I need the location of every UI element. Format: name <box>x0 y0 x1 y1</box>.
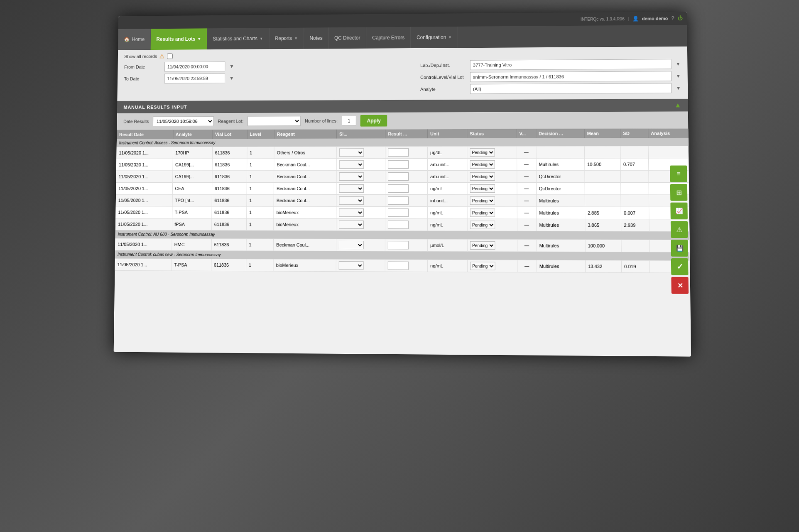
grid-button[interactable]: ⊞ <box>670 184 688 201</box>
lab-input[interactable] <box>470 59 672 70</box>
col-status: Status <box>467 129 517 138</box>
result-input[interactable] <box>388 221 409 229</box>
reagent-lot-select[interactable] <box>248 116 301 126</box>
cell-vial: 611836 <box>211 239 246 251</box>
section-title: MANUAL RESULTS INPUT <box>124 105 187 110</box>
confirm-button[interactable]: ✓ <box>671 258 689 275</box>
status-select[interactable]: Pending <box>470 196 495 205</box>
status-select[interactable]: Pending <box>470 160 495 169</box>
nav-qcdirector[interactable]: QC Director <box>328 27 366 49</box>
status-select[interactable]: Pending <box>470 208 495 217</box>
cancel-button[interactable]: ✕ <box>671 277 689 294</box>
status-select[interactable]: Pending <box>470 241 495 250</box>
cell-sd: 0.019 <box>621 260 649 273</box>
line-chart-button[interactable]: 📈 <box>670 203 688 220</box>
cell-status: Pending <box>467 158 517 170</box>
si-select[interactable] <box>339 148 364 157</box>
cell-analyte: 170HP <box>173 147 212 159</box>
nav-home[interactable]: 🏠 Home <box>118 29 151 50</box>
control-label: Control/Level/Vial Lot <box>420 75 466 80</box>
si-select[interactable] <box>339 221 364 229</box>
table-row: 11/05/2020 1... fPSA 611836 1 bioMerieux… <box>115 218 689 231</box>
control-dropdown-icon[interactable]: ▼ <box>676 73 681 79</box>
si-select[interactable] <box>339 160 364 169</box>
cell-sd <box>621 195 649 207</box>
cell-decision: QcDirector <box>536 170 585 182</box>
user-icon: 👤 <box>632 16 638 22</box>
control-input[interactable] <box>470 71 672 82</box>
apply-button[interactable]: Apply <box>360 115 387 127</box>
status-select[interactable]: Pending <box>470 221 495 229</box>
cell-date: 11/05/2020 1... <box>115 206 172 218</box>
date-results-select[interactable]: 11/05/2020 10:59:06 <box>153 116 214 126</box>
version-text: INTERQc vs. 1.3.4.R06 <box>581 17 625 22</box>
result-input[interactable] <box>388 172 409 181</box>
nav-capture-errors[interactable]: Capture Errors <box>366 27 411 49</box>
save-button[interactable]: 💾 <box>671 240 688 257</box>
cell-result <box>385 170 428 182</box>
si-select[interactable] <box>339 241 364 249</box>
result-input[interactable] <box>388 184 409 193</box>
analyte-input[interactable] <box>470 83 672 94</box>
table-wrapper: Result Date Analyte Vial Lot Level Reage… <box>114 129 691 357</box>
chart-bars-button[interactable]: ≡ <box>670 166 687 182</box>
cell-status: Pending <box>467 182 517 194</box>
table-row: 11/05/2020 1... CA199[... 611836 1 Beckm… <box>116 170 689 182</box>
to-date-dropdown-icon[interactable]: ▼ <box>229 75 234 81</box>
cell-mean: 10.500 <box>584 158 620 170</box>
from-date-input[interactable] <box>164 61 225 71</box>
result-input[interactable] <box>388 196 409 205</box>
cell-decision: QcDirector <box>536 182 585 194</box>
cell-si <box>336 194 385 206</box>
number-of-lines-input[interactable] <box>342 116 356 126</box>
cell-reagent: Beckman Coul... <box>274 159 336 171</box>
cell-analyte: T-PSA <box>172 259 211 271</box>
si-select[interactable] <box>339 261 364 270</box>
analyte-dropdown-icon[interactable]: ▼ <box>676 85 681 91</box>
cell-v: — <box>517 146 536 158</box>
si-select[interactable] <box>339 208 364 217</box>
cell-sd <box>620 146 648 158</box>
cell-v: — <box>517 170 536 182</box>
status-select[interactable]: Pending <box>470 148 495 157</box>
nav-configuration[interactable]: Configuration ▼ <box>411 27 458 48</box>
cell-analyte: T-PSA <box>172 206 212 218</box>
status-select[interactable]: Pending <box>470 172 495 181</box>
section-toggle-icon[interactable]: ▲ <box>674 101 681 109</box>
si-select[interactable] <box>339 172 364 181</box>
help-icon[interactable]: ? <box>672 15 674 21</box>
cell-level: 1 <box>246 218 274 230</box>
si-select[interactable] <box>339 196 364 205</box>
cell-result <box>385 260 427 272</box>
alert-button[interactable]: ⚠ <box>671 221 688 238</box>
from-date-dropdown-icon[interactable]: ▼ <box>229 64 234 69</box>
show-records-checkbox[interactable] <box>167 53 173 59</box>
nav-statistics[interactable]: Statistics and Charts ▼ <box>207 28 269 49</box>
nav-results-lots[interactable]: Results and Lots ▼ <box>151 28 207 50</box>
result-input[interactable] <box>388 208 409 217</box>
nav-notes[interactable]: Notes <box>304 27 329 49</box>
result-input[interactable] <box>388 160 409 169</box>
lab-dropdown-icon[interactable]: ▼ <box>676 61 681 67</box>
cell-reagent: Others / Otros <box>274 147 336 159</box>
to-date-input[interactable] <box>164 74 225 83</box>
cell-v: — <box>517 158 536 170</box>
col-vial-lot: Vial Lot <box>213 130 248 139</box>
cell-date: 11/05/2020 1... <box>116 171 173 183</box>
si-select[interactable] <box>339 184 364 193</box>
result-input[interactable] <box>388 261 409 270</box>
cell-date: 11/05/2020 1... <box>116 183 172 195</box>
col-v: V... <box>517 129 536 138</box>
nav-reports[interactable]: Reports ▼ <box>269 28 304 49</box>
cell-si <box>336 239 385 251</box>
status-select[interactable]: Pending <box>470 184 495 193</box>
cell-unit: ng/mL <box>428 219 468 231</box>
cell-decision: Multirules <box>536 195 585 207</box>
input-controls-bar: Date Results 11/05/2020 10:59:06 Reagent… <box>117 111 688 130</box>
status-select[interactable]: Pending <box>470 262 495 270</box>
cell-analyte: fPSA <box>172 218 212 230</box>
result-input[interactable] <box>388 148 409 157</box>
cell-level: 1 <box>247 159 274 171</box>
power-icon[interactable]: ⏻ <box>678 15 683 21</box>
result-input[interactable] <box>388 241 409 249</box>
